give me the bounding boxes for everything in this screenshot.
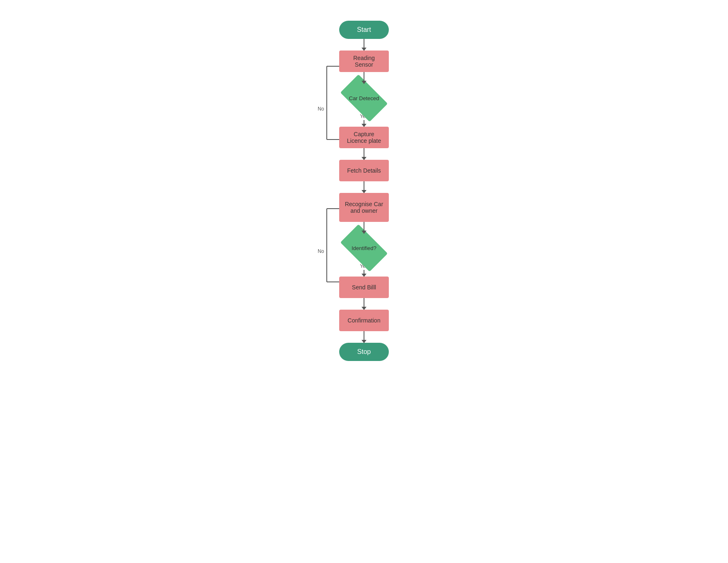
recognise-node: Recognise Car and owner xyxy=(339,193,389,222)
loop1-container: No Reading Sensor Car Deteced Yes xyxy=(302,51,426,120)
confirmation-node: Confirmation xyxy=(339,310,389,331)
loop2-container: No Recognise Car and owner Identified? Y… xyxy=(302,193,426,270)
arrow-sendbill-to-confirmation xyxy=(364,298,364,310)
start-node: Start xyxy=(339,21,389,39)
flowchart-container: Start No Reading Sensor Car Deteced Yes … xyxy=(302,8,426,373)
stop-node: Stop xyxy=(339,343,389,361)
arrow-confirmation-to-stop xyxy=(364,331,364,343)
reading-sensor-node: Reading Sensor xyxy=(339,51,389,72)
capture-licence-node: Capture Licence plate xyxy=(339,127,389,148)
identified-node: Identified? xyxy=(341,233,387,262)
arrow-capture-to-fetch xyxy=(364,148,364,160)
no1-label: No xyxy=(318,106,324,112)
arrow-recognise-to-identified xyxy=(364,222,364,233)
send-bill-node: Send Billl xyxy=(339,277,389,298)
car-detected-node: Car Deteced xyxy=(341,84,387,113)
no2-label: No xyxy=(318,248,324,254)
arrow-detected-to-capture xyxy=(364,120,364,127)
arrow-reading-to-detected xyxy=(364,72,364,84)
arrow-start-to-reading xyxy=(364,39,364,51)
fetch-details-node: Fetch Details xyxy=(339,160,389,181)
arrow-fetch-to-recognise xyxy=(364,181,364,193)
arrow-identified-to-sendbill xyxy=(364,270,364,277)
